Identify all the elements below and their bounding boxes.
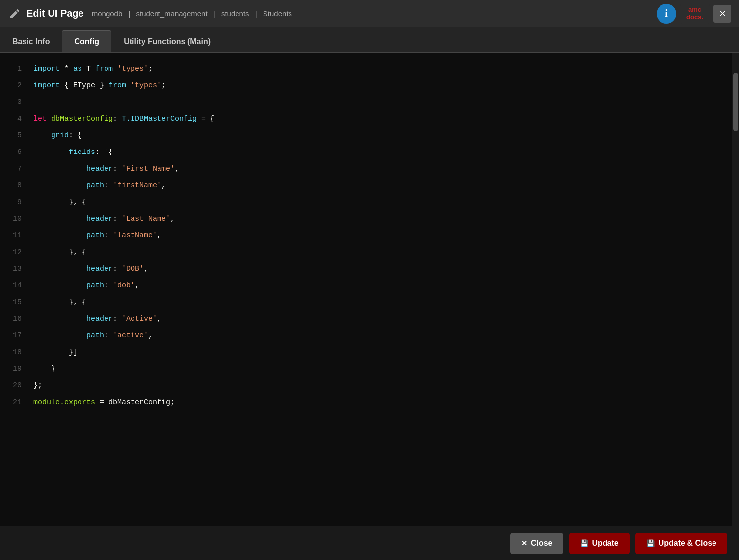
save-close-icon: 💾: [646, 539, 655, 547]
breadcrumb-sep2: |: [213, 9, 215, 18]
amc-logo-text: amcdocs.: [686, 6, 703, 21]
code-line-9: }, {: [33, 194, 732, 211]
breadcrumb-page: Students: [263, 9, 292, 18]
tab-config[interactable]: Config: [62, 30, 111, 52]
close-icon: ✕: [521, 539, 527, 547]
code-editor[interactable]: 1 2 3 4 5 6 7 8 9 10 11 12 13 14 15 16 1…: [0, 53, 739, 526]
code-line-1: import * as T from 'types';: [33, 61, 732, 77]
code-line-18: }]: [33, 344, 732, 361]
code-line-17: path: 'active',: [33, 328, 732, 344]
code-line-14: path: 'dob',: [33, 278, 732, 294]
scrollbar-thumb[interactable]: [733, 73, 738, 131]
code-line-15: }, {: [33, 294, 732, 311]
window-close-button[interactable]: ✕: [713, 5, 731, 23]
code-line-19: }: [33, 361, 732, 378]
code-line-16: header: 'Active',: [33, 311, 732, 328]
code-line-10: header: 'Last Name',: [33, 211, 732, 228]
close-button[interactable]: ✕ Close: [510, 533, 563, 554]
update-close-button[interactable]: 💾 Update & Close: [635, 533, 727, 554]
code-content[interactable]: import * as T from 'types'; import { ETy…: [29, 53, 732, 526]
breadcrumb-collection: students: [221, 9, 249, 18]
breadcrumb-sep1: |: [128, 9, 130, 18]
scrollbar[interactable]: [732, 53, 739, 526]
code-line-13: header: 'DOB',: [33, 261, 732, 278]
line-numbers: 1 2 3 4 5 6 7 8 9 10 11 12 13 14 15 16 1…: [0, 53, 29, 526]
footer: ✕ Close 💾 Update 💾 Update & Close: [0, 526, 739, 560]
title-bar: Edit UI Page mongodb | student_managemen…: [0, 0, 739, 27]
amc-logo: amcdocs.: [680, 4, 710, 24]
tab-utility-functions[interactable]: Utility Functions (Main): [111, 30, 223, 52]
code-line-4: let dbMasterConfig: T.IDBMasterConfig = …: [33, 111, 732, 127]
code-line-12: }, {: [33, 244, 732, 261]
page-title: Edit UI Page: [26, 8, 84, 19]
code-line-11: path: 'lastName',: [33, 228, 732, 244]
code-line-8: path: 'firstName',: [33, 178, 732, 194]
code-line-6: fields: [{: [33, 144, 732, 161]
save-icon: 💾: [580, 539, 588, 547]
code-line-7: header: 'First Name',: [33, 161, 732, 178]
breadcrumb-db: mongodb: [92, 9, 123, 18]
update-button[interactable]: 💾 Update: [569, 533, 630, 554]
title-bar-actions: i amcdocs. ✕: [657, 4, 731, 24]
app-icon: [8, 7, 22, 21]
code-line-2: import { EType } from 'types';: [33, 77, 732, 94]
code-line-5: grid: {: [33, 127, 732, 144]
code-line-21: module.exports = dbMasterConfig;: [33, 394, 732, 411]
breadcrumb-app: student_management: [136, 9, 208, 18]
tab-basic-info[interactable]: Basic Info: [0, 30, 62, 52]
info-button[interactable]: i: [657, 4, 676, 24]
code-line-20: };: [33, 378, 732, 394]
code-line-3: [33, 94, 732, 111]
breadcrumb: mongodb | student_management | students …: [90, 9, 294, 18]
breadcrumb-sep3: |: [255, 9, 257, 18]
tabs-bar: Basic Info Config Utility Functions (Mai…: [0, 27, 739, 53]
